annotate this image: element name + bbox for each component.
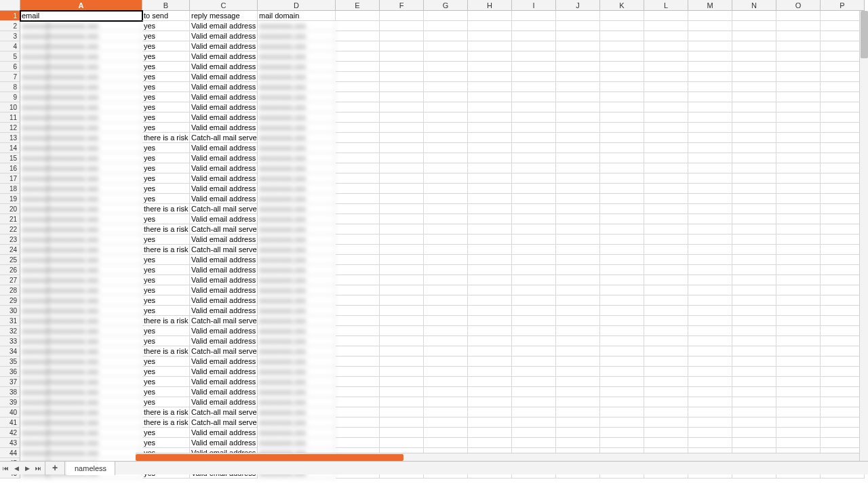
cell-empty[interactable] bbox=[776, 387, 821, 397]
cell-empty[interactable] bbox=[556, 326, 600, 336]
cell-empty[interactable] bbox=[821, 326, 865, 336]
cell-empty[interactable] bbox=[380, 214, 424, 224]
row-header-25[interactable]: 25 bbox=[0, 255, 20, 265]
cell-empty[interactable] bbox=[688, 11, 732, 21]
cell-D3[interactable]: xxxxxxxxx.xxx bbox=[258, 31, 336, 41]
cell-empty[interactable] bbox=[688, 133, 732, 143]
cell-empty[interactable] bbox=[336, 418, 380, 428]
row-header-32[interactable]: 32 bbox=[0, 326, 20, 336]
cell-empty[interactable] bbox=[600, 367, 644, 377]
cell-empty[interactable] bbox=[556, 31, 600, 41]
cell-empty[interactable] bbox=[821, 163, 865, 174]
cell-A41[interactable]: xxxxxx@xxxxxxxxx.xxx bbox=[20, 418, 142, 428]
cell-empty[interactable] bbox=[512, 275, 556, 285]
cell-empty[interactable] bbox=[644, 143, 688, 153]
cell-C31[interactable]: Catch-all mail server bbox=[190, 316, 258, 326]
cell-B31[interactable]: there is a risk bbox=[142, 316, 190, 326]
cell-empty[interactable] bbox=[600, 52, 644, 62]
cell-empty[interactable] bbox=[600, 438, 644, 448]
cell-empty[interactable] bbox=[600, 285, 644, 296]
cell-empty[interactable] bbox=[821, 387, 865, 397]
cell-empty[interactable] bbox=[776, 174, 821, 184]
cell-A23[interactable]: xxxxxx@xxxxxxxxx.xxx bbox=[20, 235, 142, 245]
cell-B15[interactable]: yes bbox=[142, 153, 190, 163]
cell-A29[interactable]: xxxxxx@xxxxxxxxx.xxx bbox=[20, 296, 142, 306]
cell-B10[interactable]: yes bbox=[142, 102, 190, 113]
cell-empty[interactable] bbox=[821, 316, 865, 326]
cell-empty[interactable] bbox=[732, 224, 776, 235]
cell-empty[interactable] bbox=[688, 397, 732, 407]
cell-D10[interactable]: xxxxxxxxx.xxx bbox=[258, 102, 336, 113]
cell-empty[interactable] bbox=[600, 346, 644, 357]
cell-empty[interactable] bbox=[600, 194, 644, 204]
cell-empty[interactable] bbox=[821, 336, 865, 346]
cell-B38[interactable]: yes bbox=[142, 387, 190, 397]
cell-empty[interactable] bbox=[600, 357, 644, 367]
cell-empty[interactable] bbox=[688, 52, 732, 62]
row-header-38[interactable]: 38 bbox=[0, 387, 20, 397]
cell-B6[interactable]: yes bbox=[142, 62, 190, 72]
tab-nav-last[interactable]: ⏭ bbox=[33, 464, 43, 473]
cell-C36[interactable]: Valid email address bbox=[190, 367, 258, 377]
row-header-36[interactable]: 36 bbox=[0, 367, 20, 377]
cell-empty[interactable] bbox=[380, 285, 424, 296]
cell-empty[interactable] bbox=[380, 174, 424, 184]
cell-empty[interactable] bbox=[600, 184, 644, 194]
cell-empty[interactable] bbox=[776, 224, 821, 235]
cell-empty[interactable] bbox=[336, 235, 380, 245]
cell-empty[interactable] bbox=[688, 438, 732, 448]
cell-empty[interactable] bbox=[644, 163, 688, 174]
cell-empty[interactable] bbox=[644, 82, 688, 92]
cell-empty[interactable] bbox=[512, 123, 556, 133]
cell-empty[interactable] bbox=[424, 245, 468, 255]
row-header-20[interactable]: 20 bbox=[0, 204, 20, 214]
cell-empty[interactable] bbox=[336, 316, 380, 326]
cell-C22[interactable]: Catch-all mail server bbox=[190, 224, 258, 235]
cell-C15[interactable]: Valid email address bbox=[190, 153, 258, 163]
cell-empty[interactable] bbox=[821, 194, 865, 204]
cell-C43[interactable]: Valid email address bbox=[190, 438, 258, 448]
cell-empty[interactable] bbox=[424, 367, 468, 377]
cell-A32[interactable]: xxxxxx@xxxxxxxxx.xxx bbox=[20, 326, 142, 336]
cell-empty[interactable] bbox=[776, 153, 821, 163]
cell-empty[interactable] bbox=[556, 357, 600, 367]
cell-empty[interactable] bbox=[424, 336, 468, 346]
cell-empty[interactable] bbox=[644, 316, 688, 326]
cell-empty[interactable] bbox=[424, 296, 468, 306]
cell-empty[interactable] bbox=[468, 367, 512, 377]
cell-empty[interactable] bbox=[468, 133, 512, 143]
cell-D24[interactable]: xxxxxxxxx.xxx bbox=[258, 245, 336, 255]
cell-A31[interactable]: xxxxxx@xxxxxxxxx.xxx bbox=[20, 316, 142, 326]
row-header-3[interactable]: 3 bbox=[0, 31, 20, 41]
cell-B39[interactable]: yes bbox=[142, 397, 190, 407]
cell-empty[interactable] bbox=[424, 153, 468, 163]
cell-empty[interactable] bbox=[600, 387, 644, 397]
row-header-18[interactable]: 18 bbox=[0, 184, 20, 194]
cell-empty[interactable] bbox=[336, 92, 380, 102]
cell-empty[interactable] bbox=[468, 214, 512, 224]
cell-empty[interactable] bbox=[380, 62, 424, 72]
cell-empty[interactable] bbox=[424, 123, 468, 133]
cell-empty[interactable] bbox=[512, 306, 556, 316]
row-header-23[interactable]: 23 bbox=[0, 235, 20, 245]
cell-B16[interactable]: yes bbox=[142, 163, 190, 174]
cell-empty[interactable] bbox=[688, 194, 732, 204]
cell-empty[interactable] bbox=[776, 11, 821, 21]
cell-empty[interactable] bbox=[776, 62, 821, 72]
cell-C13[interactable]: Catch-all mail server bbox=[190, 133, 258, 143]
cell-empty[interactable] bbox=[732, 316, 776, 326]
cell-A43[interactable]: xxxxxx@xxxxxxxxx.xxx bbox=[20, 438, 142, 448]
cell-empty[interactable] bbox=[380, 92, 424, 102]
cell-empty[interactable] bbox=[424, 184, 468, 194]
cell-empty[interactable] bbox=[821, 31, 865, 41]
cell-C2[interactable]: Valid email address bbox=[190, 21, 258, 31]
row-header-1[interactable]: 1 bbox=[0, 11, 20, 21]
cell-C23[interactable]: Valid email address bbox=[190, 235, 258, 245]
cell-C16[interactable]: Valid email address bbox=[190, 163, 258, 174]
col-header-I[interactable]: I bbox=[512, 0, 556, 11]
horizontal-scroll-thumb[interactable] bbox=[136, 454, 403, 461]
cell-empty[interactable] bbox=[424, 357, 468, 367]
cell-empty[interactable] bbox=[732, 428, 776, 438]
cell-C37[interactable]: Valid email address bbox=[190, 377, 258, 387]
cell-A6[interactable]: xxxxxx@xxxxxxxxx.xxx bbox=[20, 62, 142, 72]
